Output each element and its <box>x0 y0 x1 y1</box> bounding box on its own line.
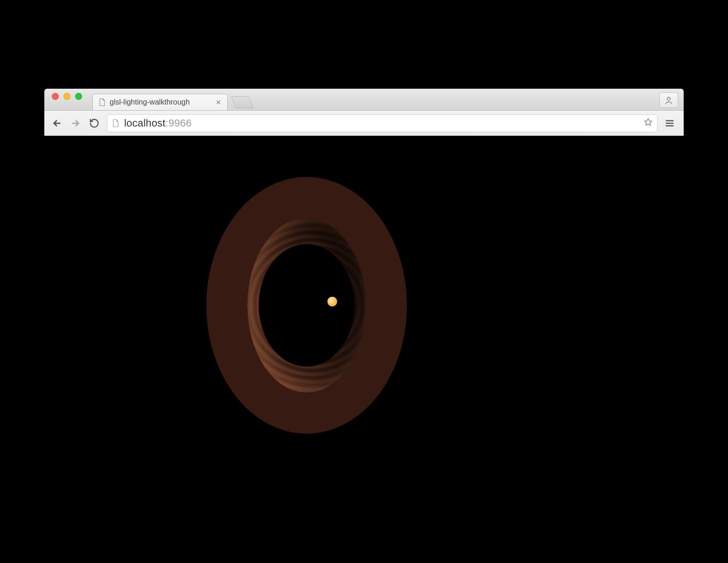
address-bar[interactable]: localhost:9966 <box>107 114 658 132</box>
torus-mesh <box>206 177 407 434</box>
webgl-canvas[interactable] <box>44 136 684 474</box>
url-text: localhost:9966 <box>124 117 638 129</box>
url-host: localhost <box>124 117 166 129</box>
close-tab-icon[interactable]: × <box>214 98 223 106</box>
svg-point-0 <box>667 97 671 100</box>
reload-button[interactable] <box>86 115 102 131</box>
menu-button[interactable] <box>660 114 679 132</box>
point-light <box>327 297 337 307</box>
browser-window: glsl-lighting-walkthrough × <box>44 89 684 474</box>
close-window-button[interactable] <box>52 93 59 100</box>
tab-title: glsl-lighting-walkthrough <box>110 98 210 106</box>
url-port: :9966 <box>166 117 192 129</box>
toolbar: localhost:9966 <box>44 111 684 136</box>
bookmark-button[interactable] <box>643 117 653 129</box>
back-button[interactable] <box>49 115 65 131</box>
file-icon <box>98 98 106 106</box>
zoom-window-button[interactable] <box>75 93 82 100</box>
new-tab-button[interactable] <box>231 96 254 108</box>
tab-bar: glsl-lighting-walkthrough × <box>44 89 684 111</box>
profile-button[interactable] <box>659 92 678 108</box>
minimize-window-button[interactable] <box>63 93 70 100</box>
browser-tab[interactable]: glsl-lighting-walkthrough × <box>92 94 228 110</box>
forward-button[interactable] <box>68 115 84 131</box>
page-icon <box>112 119 119 127</box>
window-controls <box>49 89 82 110</box>
